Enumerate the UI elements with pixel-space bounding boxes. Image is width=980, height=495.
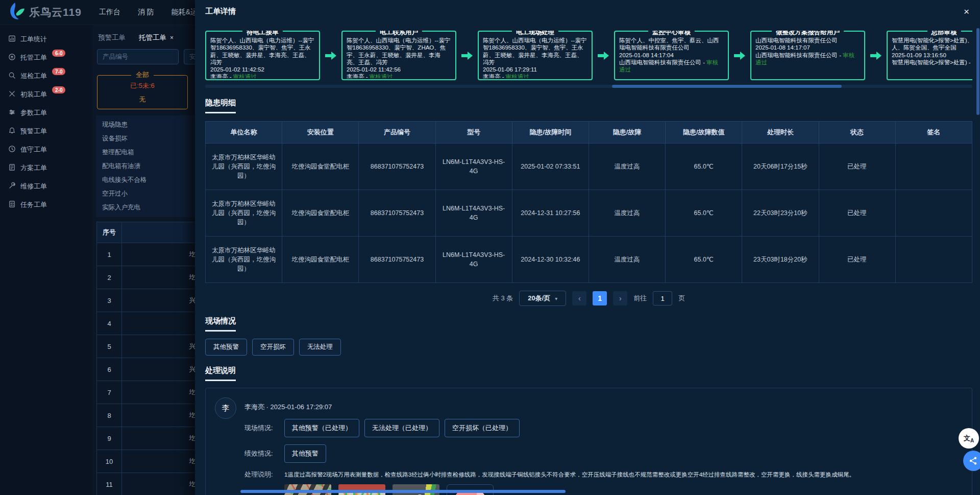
product-code-input[interactable] [97,49,179,64]
sidebar-item-hosted[interactable]: 托管工单6-0 [0,49,93,67]
tab-close-icon[interactable]: × [170,34,174,41]
hazard-column-header: 安装位置 [282,122,359,144]
nav-item[interactable]: 消 防 [138,8,154,17]
translate-button[interactable]: 文A [959,428,979,449]
sidebar-item-patrol[interactable]: 巡检工单7-0 [0,67,93,85]
tab-托管工单[interactable]: 托管工单× [139,33,174,42]
hazard-cell: 868371075752473 [359,144,435,190]
review-status: 审核通过 [370,74,393,78]
site-condition-chip[interactable]: 其他预警 [205,339,247,356]
share-icon [969,456,978,465]
sidebar-item-plan[interactable]: 方案工单 [0,159,93,177]
workflow-step-card: 待电工接单陈贺个人、山西瑞电（电力运维）--裴宁智18636958330、裴宁智… [205,31,320,80]
hazard-column-header: 单位名称 [206,122,282,144]
workflow-step-card: 监控中心审核陈贺个人、中控室、焦宇、蔡云、山西瑞电智能科技有限责任公司2025-… [614,31,729,80]
sidebar-item-label: 巡检工单 [20,72,47,81]
workflow-step-people: 陈贺个人、中控室、焦宇、蔡云、山西瑞电智能科技有限责任公司 [619,37,724,52]
workflow-step-body: 陈贺个人、山西瑞电（电力运维）--裴宁智18636958330、裴宁智、焦宇、王… [483,37,587,78]
comment-site-tag: 其他预警（已处理） [284,419,359,437]
hazard-column-header: 签名 [895,122,972,144]
group-cell: 8 [97,404,122,427]
hazard-cell: 2024-12-30 10:32:46 [512,237,589,283]
workflow-step-people: 智慧用电(智能化>报警>处置)、陈贺个人、陈贺全国、焦宇全国 [892,37,972,52]
group-cell: 11 [97,473,122,495]
group-cell: 10 [97,450,122,473]
nav-item[interactable]: 工作台 [99,8,120,17]
performance-label: 绩效情况: [244,449,279,458]
nav-menu: 工作台消 防能耗&运维 [99,8,205,17]
group-cell: 1 [97,243,122,266]
hazard-cell: LN6M-L1T4A3V3-HS-4G [435,144,512,190]
hazard-column-header: 处理时长 [742,122,819,144]
hazard-column-header: 状态 [819,122,895,144]
current-page-button[interactable]: 1 [593,291,607,305]
hazard-cell: 太原市万柏林区华峪幼儿园（兴西园，圪僚沟园） [206,144,282,190]
work-order-detail-drawer: 工单详情 × 待电工接单陈贺个人、山西瑞电（电力运维）--裴宁智18636958… [195,0,980,495]
hazard-cell: 65.0℃ [666,190,742,237]
sidebar-item-params[interactable]: 参数工单 [0,104,93,122]
workflow-step-review: 李海亮 - 审核通过 [483,73,587,78]
share-button[interactable] [963,451,980,471]
group-cell: 5 [97,335,122,358]
arrow-right-icon [729,31,750,80]
hazard-column-header: 产品编号 [359,122,435,144]
workflow-step-title: 总部审核 [888,31,972,37]
hazard-cell: 65.0℃ [666,144,742,190]
hazard-cell [895,190,972,237]
bottom-horizontal-scrollbar[interactable] [240,490,566,493]
workflow-scrollbar-thumb[interactable] [612,85,842,88]
hazard-cell: 已处理 [819,190,895,237]
table-row: 太原市万柏林区华峪幼儿园（兴西园，圪僚沟园）圪僚沟园食堂配电柜868371075… [206,190,972,237]
workflow-step-review: 山西瑞电智能科技有限责任公司 - 审核通过 [619,59,724,74]
section-title-hazard: 隐患明细 [205,98,236,113]
group-cell: 6 [97,358,122,381]
hazard-cell: 温度过高 [589,237,665,283]
sidebar-item-duty[interactable]: 值守工单 [0,140,93,159]
app-logo[interactable]: 乐鸟云119 [7,1,82,23]
hazard-column-header: 隐患/故障数值 [666,122,742,144]
page-size-select[interactable]: 20条/页 ▾ [519,291,566,306]
hazard-cell: LN6M-L1T4A3V3-HS-4G [435,190,512,237]
goto-page-input[interactable] [653,291,672,305]
workflow-step-people: 陈贺个人、山西瑞电（电力运维）--裴宁智18636958330、裴宁智、ZHAO… [347,37,451,66]
site-condition-chip[interactable]: 无法处理 [299,339,341,356]
sidebar-item-repair[interactable]: 维修工单 [0,177,93,196]
arrow-right-icon [865,31,887,80]
count-badge: 7-0 [52,68,65,75]
alert-icon [8,127,16,136]
filter-legend: 全部 [131,70,154,80]
hazard-header-row: 单位名称安装位置产品编号型号隐患/故障时间隐患/故障隐患/故障数值处理时长状态签… [206,122,972,144]
sidebar-item-alert[interactable]: 预警工单 [0,122,93,140]
workflow-step-title: 电工现场处理 [479,31,592,37]
hazard-cell: 已处理 [819,144,895,190]
table-row: 太原市万柏林区华峪幼儿园（兴西园，圪僚沟园）圪僚沟园食堂配电柜868371075… [206,144,972,190]
workflow-steps: 待电工接单陈贺个人、山西瑞电（电力运维）--裴宁智18636958330、裴宁智… [205,31,972,80]
sidebar-item-task[interactable]: 任务工单 [0,196,93,214]
workflow-step-people: 山西瑞电智能科技有限责任公司 [755,37,860,44]
group-cell: 9 [97,427,122,450]
workflow-scrollbar-track [205,85,972,88]
comment-body: 李海亮 · 2025-01-06 17:29:07 现场情况: 其他预警（已处理… [244,397,963,495]
arrow-right-icon [320,31,341,80]
group-cell: 2 [97,266,122,289]
arrow-right-icon [593,31,614,80]
hazard-column-header: 型号 [435,122,512,144]
table-row: 太原市万柏林区华峪幼儿园（兴西园，圪僚沟园）圪僚沟园食堂配电柜868371075… [206,237,972,283]
hazard-cell: 太原市万柏林区华峪幼儿园（兴西园，圪僚沟园） [206,237,282,283]
filter-counts: 已:5未:6 [97,81,187,90]
prev-page-button[interactable]: ‹ [572,291,586,305]
close-icon[interactable]: × [964,7,969,16]
hazard-cell: 圪僚沟园食堂配电柜 [282,237,359,283]
site-condition-chip[interactable]: 空开损坏 [252,339,294,356]
tab-预警工单[interactable]: 预警工单 [98,33,126,42]
filter-box[interactable]: 全部 已:5未:6 无 [97,70,188,109]
sidebar-item-install[interactable]: 初装工单2-0 [0,85,93,104]
review-status: 审核通过 [619,59,718,73]
sidebar-item-label: 工单统计 [20,35,47,44]
drawer-vertical-scrollbar[interactable] [976,28,979,115]
sidebar-item-stats[interactable]: 工单统计 [0,30,93,49]
patrol-icon [8,72,16,81]
next-page-button[interactable]: › [613,291,627,305]
workflow-step-card: 总部审核智慧用电(智能化>报警>处置)、陈贺个人、陈贺全国、焦宇全国2025-0… [887,31,972,80]
workflow-step-body: 陈贺个人、山西瑞电（电力运维）--裴宁智18636958330、裴宁智、焦宇、王… [210,37,315,78]
